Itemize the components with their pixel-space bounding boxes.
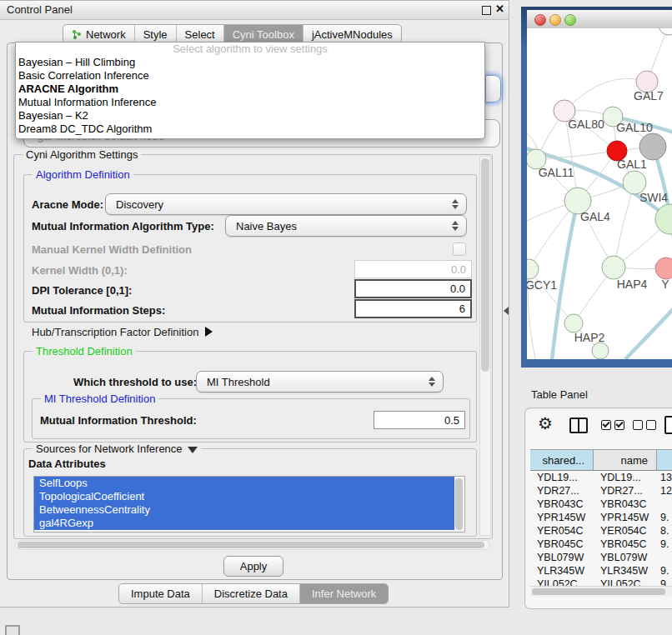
tab-impute-data[interactable]: Impute Data (119, 584, 203, 603)
table-row[interactable]: YLR345WYLR345W9. (530, 564, 672, 578)
manual-kernel-checkbox[interactable] (453, 242, 466, 256)
tab-discretize-data[interactable]: Discretize Data (203, 584, 300, 603)
hub-definition-expander[interactable]: Hub/Transcription Factor Definition (32, 326, 213, 338)
mi-algorithm-type-combobox[interactable]: Naive Bayes (225, 215, 467, 237)
minimize-traffic-light[interactable] (549, 14, 561, 26)
which-threshold-combobox[interactable]: MI Threshold (196, 371, 444, 392)
tab-infer-network[interactable]: Infer Network (300, 584, 388, 603)
table-cell[interactable]: YDL19... (530, 471, 594, 484)
table-cell[interactable]: 12 (657, 484, 672, 498)
page-icon[interactable] (664, 416, 672, 434)
select-all-checked-icon[interactable] (601, 420, 624, 430)
data-attribute-item[interactable]: gal4RGexp (34, 517, 454, 530)
table-cell[interactable]: 8. (657, 524, 672, 538)
data-attribute-item[interactable]: TopologicalCoefficient (34, 490, 454, 503)
table-cell[interactable]: YBR043C (530, 498, 594, 511)
algorithm-option[interactable]: Bayesian – Hill Climbing (16, 56, 484, 69)
tab-jactivemnodules[interactable]: jActiveMNodules (303, 25, 401, 43)
network-node[interactable] (592, 342, 609, 359)
table-cell[interactable]: YDR27... (594, 484, 657, 498)
settings-horizontal-scrollbar[interactable] (15, 540, 490, 550)
settings-vertical-scrollbar[interactable] (479, 156, 491, 536)
network-node[interactable] (639, 133, 666, 160)
table-cell[interactable]: YER054C (530, 524, 594, 538)
attributes-vertical-scrollbar[interactable] (454, 478, 464, 531)
close-icon[interactable]: ✕ (495, 2, 504, 15)
table-cell[interactable]: YDL19... (594, 471, 657, 484)
select-none-icon[interactable] (633, 420, 656, 430)
zoom-traffic-light[interactable] (564, 14, 576, 26)
table-cell[interactable]: YBL079W (530, 551, 594, 564)
mi-threshold-input[interactable]: 0.5 (374, 411, 465, 429)
table-cell[interactable]: 13 (657, 471, 672, 484)
dpi-tolerance-input[interactable]: 0.0 (354, 279, 472, 298)
close-traffic-light[interactable] (534, 14, 546, 26)
table-row[interactable]: YDR27...YDR27...12 (530, 484, 672, 498)
control-panel-titlebar[interactable]: Control Panel ✕ (0, 1, 509, 20)
network-canvas[interactable]: GAL7GAL80GAL10GAL1SWI4GAL11GAL4GCY1HAP4Y… (527, 28, 672, 359)
algorithm-option[interactable]: Bayesian – K2 (16, 109, 484, 122)
algorithm-option[interactable]: ARACNE Algorithm (16, 82, 484, 96)
table-cell[interactable] (657, 498, 672, 511)
scrollbar-thumb[interactable] (18, 542, 484, 548)
table-row[interactable]: YPR145WYPR145W9. (530, 511, 672, 524)
network-node[interactable] (655, 258, 672, 279)
data-attribute-item[interactable]: SelfLoops (34, 477, 454, 490)
table-cell[interactable] (657, 551, 672, 564)
table-cell[interactable]: YDR27... (530, 484, 594, 498)
panel-splitter-arrow[interactable] (504, 307, 509, 315)
network-edge[interactable] (625, 305, 672, 359)
network-node[interactable] (602, 256, 625, 279)
table-cell[interactable]: YBR045C (530, 538, 594, 551)
table-cell[interactable]: YBR043C (594, 498, 657, 511)
network-node[interactable] (564, 314, 583, 332)
table-row[interactable]: YBR043CYBR043C (530, 498, 672, 511)
collapse-down-icon[interactable] (188, 447, 198, 453)
column-header-shared-name[interactable]: shared... (530, 450, 594, 470)
table-cell[interactable]: YLR345W (594, 564, 657, 578)
table-row[interactable]: YBR045CYBR045C9. (530, 538, 672, 551)
table-row[interactable]: YER054CYER054C8. (530, 524, 672, 538)
scrollbar-thumb[interactable] (481, 158, 489, 372)
settings-gear-icon[interactable]: ⚙ (538, 415, 553, 432)
scrollbar-thumb[interactable] (455, 478, 463, 530)
tab-select[interactable]: Select (177, 25, 224, 43)
expand-right-icon[interactable] (205, 327, 213, 337)
table-row[interactable]: YBL079WYBL079W (530, 551, 672, 564)
table-cell[interactable]: 9. (657, 564, 672, 578)
network-node[interactable] (527, 259, 539, 279)
mi-steps-input[interactable]: 6 (354, 299, 472, 318)
kernel-width-input[interactable]: 0.0 (354, 260, 472, 278)
table-cell[interactable]: YLR345W (530, 564, 594, 578)
algorithm-option[interactable]: Mutual Information Inference (16, 96, 484, 109)
table-cell[interactable]: YBL079W (594, 551, 657, 564)
table-cell[interactable]: YER054C (594, 524, 657, 538)
tab-network[interactable]: Network (63, 25, 135, 43)
scrollbar-thumb[interactable] (532, 588, 665, 595)
split-columns-icon[interactable] (569, 418, 588, 433)
tab-cyni-toolbox[interactable]: Cyni Toolbox (224, 25, 303, 43)
network-node[interactable] (659, 28, 672, 35)
network-edge[interactable] (529, 269, 574, 323)
column-header-partial[interactable] (657, 450, 672, 470)
column-header-name[interactable]: name (594, 450, 657, 470)
float-window-icon[interactable] (482, 6, 491, 15)
inference-algorithm-combobox-fragment[interactable] (485, 75, 501, 102)
network-edge[interactable] (614, 182, 634, 268)
table-cell[interactable]: 9. (657, 511, 672, 524)
aracne-mode-combobox[interactable]: Discovery (105, 193, 467, 215)
data-attribute-item[interactable]: BetweennessCentrality (34, 503, 454, 517)
table-cell[interactable]: 9. (657, 538, 672, 551)
table-cell[interactable]: YPR145W (594, 511, 657, 524)
table-horizontal-scrollbar[interactable] (530, 586, 672, 597)
hub-definition-label: Hub/Transcription Factor Definition (32, 326, 198, 338)
algorithm-option[interactable]: Dream8 DC_TDC Algorithm (16, 122, 484, 136)
table-cell[interactable]: YPR145W (530, 511, 594, 524)
algorithm-option[interactable]: Basic Correlation Inference (16, 69, 484, 82)
table-row[interactable]: YDL19...YDL19...13 (530, 471, 672, 484)
collapsed-panel-icon[interactable] (5, 625, 20, 635)
table-cell[interactable]: YBR045C (594, 538, 657, 551)
network-window-titlebar[interactable] (527, 10, 672, 29)
tab-style[interactable]: Style (135, 25, 177, 43)
apply-button[interactable]: Apply (223, 556, 283, 577)
